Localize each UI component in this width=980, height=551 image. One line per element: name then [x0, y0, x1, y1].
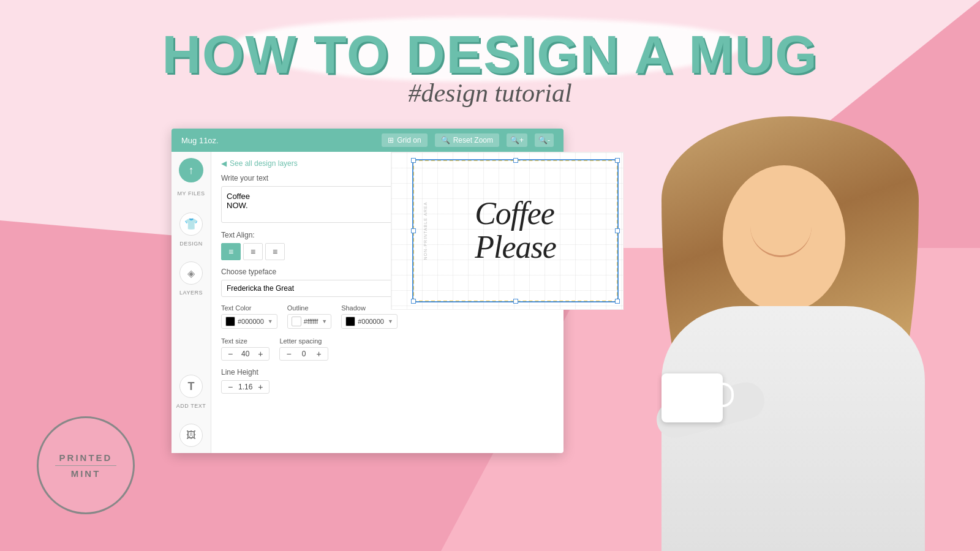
editor-header: Mug 11oz. ⊞ Grid on 🔍 Reset Zoom 🔍+ 🔍-	[172, 129, 564, 152]
main-title: HOW TO DESIGN A MUG	[0, 18, 980, 81]
letter-spacing-value: 0	[296, 350, 312, 358]
zoom-out-button[interactable]: 🔍-	[535, 133, 554, 147]
design-icon-button[interactable]: 👕	[179, 212, 203, 236]
handle-bm	[513, 299, 518, 304]
grid-icon: ⊞	[388, 136, 394, 144]
handle-tl	[411, 158, 416, 163]
zoom-out-icon: 🔍-	[538, 136, 550, 144]
image-icon: 🖼	[186, 430, 196, 441]
logo-circle: PRINTED MINT	[37, 416, 135, 514]
text-size-value: 40	[238, 350, 253, 358]
letter-spacing-decrease[interactable]: −	[285, 350, 292, 358]
text-color-label: Text Color	[221, 304, 277, 312]
align-center-button[interactable]: ≡	[243, 243, 263, 260]
logo-divider	[55, 465, 116, 466]
outline-color-group: Outline #ffffff ▼	[287, 304, 331, 329]
person-image	[643, 104, 980, 551]
text-icon: T	[188, 380, 195, 393]
text-icon-button[interactable]: T	[179, 375, 203, 398]
line-height-label: Line Height	[221, 368, 554, 377]
line-height-increase[interactable]: +	[257, 383, 264, 391]
line-height-value: 1.16	[238, 383, 253, 391]
shadow-label: Shadow	[341, 304, 398, 312]
letter-spacing-label: Letter spacing	[279, 337, 328, 345]
selection-box	[412, 159, 619, 302]
outline-color-picker[interactable]: #ffffff ▼	[287, 314, 331, 329]
text-color-picker[interactable]: #000000 ▼	[221, 314, 277, 329]
text-color-group: Text Color #000000 ▼	[221, 304, 277, 329]
logo-line1: PRINTED	[55, 452, 116, 463]
logo-line2: MINT	[55, 468, 116, 479]
text-size-increase[interactable]: +	[257, 350, 264, 358]
shirt-icon: 👕	[184, 217, 198, 231]
text-size-label: Text size	[221, 337, 270, 345]
handle-mr	[615, 228, 620, 233]
subtitle: #design tutorial	[0, 78, 980, 108]
grid-on-button[interactable]: ⊞ Grid on	[382, 133, 427, 147]
title-area: HOW TO DESIGN A MUG #design tutorial	[0, 18, 980, 108]
design-label: DESIGN	[179, 241, 203, 247]
line-height-decrease[interactable]: −	[227, 383, 234, 391]
handle-bl	[411, 299, 416, 304]
text-selection-border: Coffee Please	[413, 160, 618, 302]
handle-tm	[513, 158, 518, 163]
handle-ml	[411, 228, 416, 233]
outline-label: Outline	[287, 304, 331, 312]
zoom-icon: 🔍	[441, 136, 450, 144]
handle-tr	[615, 158, 620, 163]
product-name: Mug 11oz.	[181, 136, 219, 145]
back-arrow-icon: ◀	[221, 159, 227, 168]
editor-sidebar: ↑ MY FILES 👕 DESIGN ◈ LAYERS T	[172, 152, 211, 453]
line-height-stepper: − 1.16 +	[221, 380, 270, 394]
mug-held	[662, 373, 723, 422]
align-left-button[interactable]: ≡	[221, 243, 241, 260]
outline-swatch	[292, 317, 301, 326]
text-size-group: Text size − 40 +	[221, 337, 270, 361]
text-color-value: #000000	[238, 318, 264, 325]
shadow-swatch	[345, 317, 355, 326]
shadow-arrow: ▼	[388, 318, 393, 324]
outline-value: #ffffff	[304, 318, 318, 325]
letter-spacing-group: Letter spacing − 0 +	[279, 337, 328, 361]
upload-button[interactable]: ↑	[179, 158, 203, 182]
text-size-decrease[interactable]: −	[227, 350, 234, 358]
align-right-button[interactable]: ≡	[265, 243, 285, 260]
canvas-area: NON-PRINTABLE AREA Coffee Please	[391, 152, 624, 310]
outline-arrow: ▼	[322, 318, 327, 324]
printable-area-label: NON-PRINTABLE AREA	[423, 202, 428, 260]
text-color-arrow: ▼	[268, 318, 273, 324]
shadow-value: #000000	[358, 318, 384, 325]
zoom-in-button[interactable]: 🔍+	[507, 133, 527, 147]
zoom-in-icon: 🔍+	[510, 136, 524, 144]
letter-spacing-stepper: − 0 +	[279, 347, 328, 361]
layers-icon-button[interactable]: ◈	[179, 261, 203, 285]
text-color-swatch	[225, 317, 235, 326]
text-size-stepper: − 40 +	[221, 347, 270, 361]
layers-icon: ◈	[187, 268, 195, 279]
shadow-color-picker[interactable]: #000000 ▼	[341, 314, 398, 329]
shadow-color-group: Shadow #000000 ▼	[341, 304, 398, 329]
image-icon-button[interactable]: 🖼	[179, 424, 203, 447]
add-text-label: ADD TEXT	[176, 403, 206, 409]
layers-label: LAYERS	[179, 290, 203, 296]
letter-spacing-increase[interactable]: +	[315, 350, 323, 358]
my-files-label: MY FILES	[178, 190, 205, 197]
handle-br	[615, 299, 620, 304]
size-spacing-row: Text size − 40 + Letter spacing − 0 +	[221, 337, 554, 361]
header-controls: ⊞ Grid on 🔍 Reset Zoom 🔍+ 🔍-	[382, 133, 554, 147]
reset-zoom-button[interactable]: 🔍 Reset Zoom	[435, 133, 499, 147]
